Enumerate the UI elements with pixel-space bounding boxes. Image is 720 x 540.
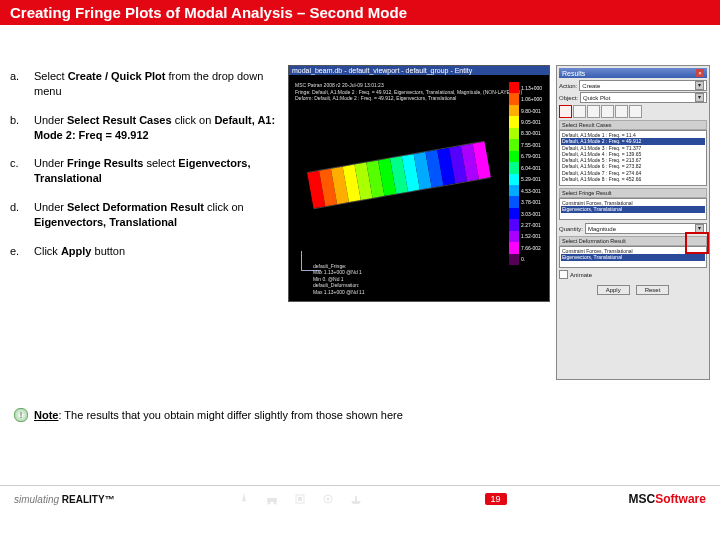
color-swatch [509, 93, 519, 104]
fringe-viewport-window: modal_beam.db - default_viewport - defau… [288, 65, 550, 302]
step-a-label: a. [10, 65, 34, 109]
result-mode-icon[interactable] [629, 105, 642, 118]
chip-icon [293, 492, 307, 506]
result-mode-icon[interactable] [615, 105, 628, 118]
result-mode-icon[interactable] [587, 105, 600, 118]
color-scale-value: 6.04-001 [521, 165, 541, 171]
aircraft-icon [237, 492, 251, 506]
ship-icon [349, 492, 363, 506]
result-mode-icon[interactable] [573, 105, 586, 118]
step-b-text: Under Select Result Cases click on Defau… [34, 109, 288, 153]
fringe-overlay-text-bottom: default_Fringe: Max 1.13+000 @Nd 1 Min 0… [313, 263, 365, 296]
color-scale-value: 2.27-001 [521, 222, 541, 228]
color-scale-value: 1.52-001 [521, 233, 541, 239]
color-scale-row: 4.53-001 [509, 185, 545, 196]
color-swatch [509, 219, 519, 230]
footer-icon-row [237, 492, 363, 506]
fringe-beam-plot [307, 141, 491, 210]
quantity-value: Magnitude [588, 226, 616, 232]
color-scale-value: 3.03-001 [521, 211, 541, 217]
fringe-color-scale: 1.13+0001.06+0009.80-0019.05-0018.30-001… [509, 82, 545, 265]
list-item[interactable]: Default, A1:Mode 8 : Freq. = 452.66 [561, 176, 705, 182]
color-scale-value: 1.13+000 [521, 85, 542, 91]
color-swatch [509, 162, 519, 173]
color-swatch [509, 139, 519, 150]
results-panel: Results × Action: Create ▾ Object: Quick… [556, 65, 710, 380]
deformation-result-listbox[interactable]: Constraint Forces, TranslationalEigenvec… [559, 246, 707, 268]
list-item[interactable]: Eigenvectors, Translational [561, 206, 705, 212]
color-swatch [509, 82, 519, 93]
color-swatch [509, 105, 519, 116]
color-scale-row: 9.05-001 [509, 116, 545, 127]
screenshots: modal_beam.db - default_viewport - defau… [288, 65, 710, 380]
results-panel-title: Results [562, 70, 585, 77]
color-scale-row: 6.04-001 [509, 162, 545, 173]
color-scale-row: 1.06+000 [509, 93, 545, 104]
fringe-result-label: Select Fringe Result [559, 188, 707, 198]
results-icon-strip [559, 105, 707, 118]
dropdown-arrow-icon: ▾ [695, 81, 704, 90]
step-c-text: Under Fringe Results select Eigenvectors… [34, 152, 288, 196]
color-swatch [509, 174, 519, 185]
svg-point-3 [273, 502, 276, 505]
animate-row: Animate [559, 270, 707, 279]
step-d-label: d. [10, 196, 34, 240]
action-value: Create [582, 83, 600, 89]
car-icon [265, 492, 279, 506]
color-scale-row: 1.13+000 [509, 82, 545, 93]
gear-icon [321, 492, 335, 506]
svg-rect-8 [355, 496, 357, 501]
color-scale-row: 6.79-001 [509, 151, 545, 162]
color-scale-value: 6.79-001 [521, 153, 541, 159]
quantity-row: Quantity: Magnitude ▾ [559, 223, 707, 234]
color-scale-value: 1.06+000 [521, 96, 542, 102]
page-number: 19 [485, 493, 507, 505]
color-scale-row: 8.30-001 [509, 128, 545, 139]
color-swatch [509, 116, 519, 127]
step-b: b. Under Select Result Cases click on De… [10, 109, 288, 153]
dropdown-arrow-icon: ▾ [695, 224, 704, 233]
object-value: Quick Plot [583, 95, 610, 101]
object-row: Object: Quick Plot ▾ [559, 92, 707, 103]
animate-label: Animate [570, 272, 592, 278]
instructions: a. Select Create / Quick Plot from the d… [10, 65, 288, 380]
apply-button[interactable]: Apply [597, 285, 630, 295]
color-scale-row: 0. [509, 254, 545, 265]
svg-point-2 [267, 502, 270, 505]
result-cases-listbox[interactable]: Default, A1:Mode 1 : Freq. = 11.4Default… [559, 130, 707, 186]
object-select[interactable]: Quick Plot ▾ [580, 92, 707, 103]
svg-point-7 [326, 498, 329, 501]
color-scale-value: 4.53-001 [521, 188, 541, 194]
fringe-result-listbox[interactable]: Constraint Forces, TranslationalEigenvec… [559, 198, 707, 220]
color-scale-row: 5.29-001 [509, 174, 545, 185]
action-label: Action: [559, 83, 577, 89]
color-scale-value: 7.66-002 [521, 245, 541, 251]
reset-button[interactable]: Reset [636, 285, 670, 295]
color-scale-value: 9.05-001 [521, 119, 541, 125]
color-swatch [509, 185, 519, 196]
note-text: Note: The results that you obtain might … [34, 409, 403, 421]
svg-rect-1 [267, 498, 277, 502]
action-select[interactable]: Create ▾ [579, 80, 707, 91]
svg-marker-0 [238, 493, 250, 504]
step-a: a. Select Create / Quick Plot from the d… [10, 65, 288, 109]
quantity-select[interactable]: Magnitude ▾ [585, 223, 707, 234]
results-panel-header: Results × [559, 68, 707, 78]
animate-checkbox[interactable] [559, 270, 568, 279]
color-swatch [509, 196, 519, 207]
list-item[interactable]: Eigenvectors, Translational [561, 254, 705, 260]
color-scale-row: 7.55-001 [509, 139, 545, 150]
color-scale-row: 3.03-001 [509, 208, 545, 219]
svg-rect-5 [298, 497, 302, 501]
step-c: c. Under Fringe Results select Eigenvect… [10, 152, 288, 196]
color-scale-row: 2.27-001 [509, 219, 545, 230]
color-scale-value: 7.55-001 [521, 142, 541, 148]
close-icon[interactable]: × [696, 69, 704, 77]
color-swatch [509, 151, 519, 162]
color-swatch [509, 231, 519, 242]
object-label: Object: [559, 95, 578, 101]
step-e-label: e. [10, 240, 34, 269]
result-mode-icon[interactable] [559, 105, 572, 118]
color-scale-value: 9.80-001 [521, 108, 541, 114]
result-mode-icon[interactable] [601, 105, 614, 118]
